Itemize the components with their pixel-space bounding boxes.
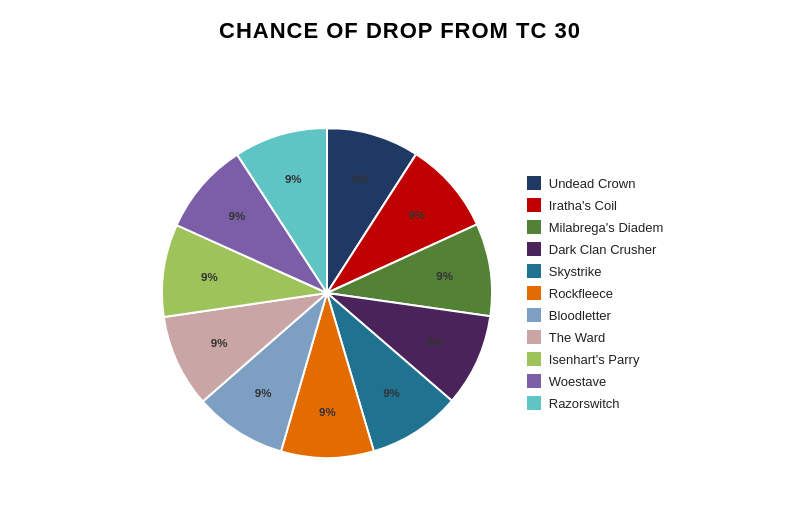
legend-label: Iratha's Coil [549,198,617,213]
legend-item: Milabrega's Diadem [527,220,663,235]
legend-color-box [527,352,541,366]
legend-item: Iratha's Coil [527,198,663,213]
svg-text:9%: 9% [285,173,302,185]
chart-area: 9%9%9%9%9%9%9%9%9%9%9% Undead CrownIrath… [0,54,800,532]
svg-text:9%: 9% [427,336,444,348]
pie-chart: 9%9%9%9%9%9%9%9%9%9%9% [147,113,507,473]
legend-color-box [527,330,541,344]
legend-color-box [527,264,541,278]
svg-text:9%: 9% [228,210,245,222]
legend: Undead CrownIratha's CoilMilabrega's Dia… [527,176,663,411]
svg-text:9%: 9% [352,173,369,185]
svg-text:9%: 9% [436,270,453,282]
legend-label: Woestave [549,374,607,389]
legend-color-box [527,198,541,212]
legend-label: Bloodletter [549,308,611,323]
legend-item: Razorswitch [527,396,663,411]
legend-item: Bloodletter [527,308,663,323]
legend-label: Rockfleece [549,286,613,301]
legend-item: The Ward [527,330,663,345]
svg-text:9%: 9% [319,406,336,418]
legend-color-box [527,176,541,190]
svg-text:9%: 9% [211,337,228,349]
legend-color-box [527,396,541,410]
legend-item: Rockfleece [527,286,663,301]
legend-item: Skystrike [527,264,663,279]
page-title: CHANCE OF DROP FROM TC 30 [219,18,581,44]
legend-label: Milabrega's Diadem [549,220,663,235]
legend-label: The Ward [549,330,606,345]
legend-item: Dark Clan Crusher [527,242,663,257]
svg-text:9%: 9% [383,387,400,399]
legend-color-box [527,374,541,388]
legend-color-box [527,220,541,234]
legend-color-box [527,308,541,322]
legend-item: Woestave [527,374,663,389]
legend-label: Dark Clan Crusher [549,242,657,257]
svg-text:9%: 9% [201,271,218,283]
legend-label: Skystrike [549,264,602,279]
legend-label: Razorswitch [549,396,620,411]
legend-item: Isenhart's Parry [527,352,663,367]
svg-text:9%: 9% [408,209,425,221]
legend-item: Undead Crown [527,176,663,191]
legend-label: Undead Crown [549,176,636,191]
legend-color-box [527,286,541,300]
svg-text:9%: 9% [255,387,272,399]
page-container: CHANCE OF DROP FROM TC 30 9%9%9%9%9%9%9%… [0,0,800,532]
legend-label: Isenhart's Parry [549,352,640,367]
legend-color-box [527,242,541,256]
